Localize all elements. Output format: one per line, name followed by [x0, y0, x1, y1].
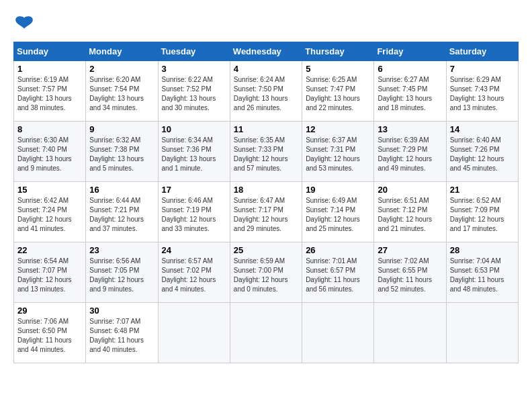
daylight-text: Daylight: 12 hours and 53 minutes. [306, 155, 360, 172]
calendar-cell: 1 Sunrise: 6:19 AM Sunset: 7:57 PM Dayli… [14, 61, 86, 122]
sunset-text: Sunset: 6:55 PM [378, 267, 427, 274]
sunrise-text: Sunrise: 6:39 AM [378, 136, 429, 144]
daylight-text: Daylight: 12 hours and 29 minutes. [234, 216, 288, 232]
calendar-cell: 4 Sunrise: 6:24 AM Sunset: 7:50 PM Dayli… [230, 61, 302, 122]
day-info: Sunrise: 7:01 AM Sunset: 6:57 PM Dayligh… [306, 257, 370, 294]
sunset-text: Sunset: 7:33 PM [234, 146, 283, 153]
day-number: 3 [162, 64, 226, 74]
sunrise-text: Sunrise: 6:30 AM [17, 136, 69, 144]
day-info: Sunrise: 7:02 AM Sunset: 6:55 PM Dayligh… [378, 257, 442, 294]
daylight-text: Daylight: 13 hours and 38 minutes. [17, 95, 72, 111]
sunset-text: Sunset: 7:57 PM [17, 85, 67, 93]
daylight-text: Daylight: 12 hours and 33 minutes. [162, 216, 216, 232]
calendar-cell: 12 Sunrise: 6:37 AM Sunset: 7:31 PM Dayl… [302, 122, 374, 182]
sunrise-text: Sunrise: 6:44 AM [89, 197, 140, 204]
day-info: Sunrise: 6:34 AM Sunset: 7:36 PM Dayligh… [162, 136, 226, 173]
calendar-body: 1 Sunrise: 6:19 AM Sunset: 7:57 PM Dayli… [14, 61, 519, 363]
calendar-cell: 21 Sunrise: 6:52 AM Sunset: 7:09 PM Dayl… [446, 182, 518, 242]
sunset-text: Sunset: 7:47 PM [306, 85, 355, 93]
sunrise-text: Sunrise: 6:52 AM [450, 197, 501, 204]
sunrise-text: Sunrise: 6:59 AM [234, 257, 285, 265]
daylight-text: Daylight: 12 hours and 41 minutes. [17, 216, 72, 232]
calendar-cell: 13 Sunrise: 6:39 AM Sunset: 7:29 PM Dayl… [374, 122, 446, 182]
sunrise-text: Sunrise: 6:47 AM [234, 197, 285, 204]
days-of-week-row: SundayMondayTuesdayWednesdayThursdayFrid… [14, 42, 519, 61]
day-info: Sunrise: 6:32 AM Sunset: 7:38 PM Dayligh… [89, 136, 154, 173]
day-number: 16 [89, 185, 154, 195]
calendar-cell: 5 Sunrise: 6:25 AM Sunset: 7:47 PM Dayli… [302, 61, 374, 122]
logo [13, 13, 38, 35]
sunset-text: Sunset: 6:57 PM [306, 267, 355, 274]
daylight-text: Daylight: 11 hours and 56 minutes. [306, 276, 360, 293]
calendar-cell: 14 Sunrise: 6:40 AM Sunset: 7:26 PM Dayl… [446, 122, 518, 182]
day-info: Sunrise: 6:59 AM Sunset: 7:00 PM Dayligh… [234, 257, 298, 294]
day-info: Sunrise: 6:19 AM Sunset: 7:57 PM Dayligh… [17, 75, 82, 113]
sunrise-text: Sunrise: 6:54 AM [17, 257, 69, 265]
calendar-cell: 15 Sunrise: 6:42 AM Sunset: 7:24 PM Dayl… [14, 182, 86, 242]
calendar-cell: 22 Sunrise: 6:54 AM Sunset: 7:07 PM Dayl… [14, 242, 86, 303]
sunrise-text: Sunrise: 6:19 AM [17, 76, 69, 83]
day-info: Sunrise: 6:47 AM Sunset: 7:17 PM Dayligh… [234, 196, 298, 234]
daylight-text: Daylight: 11 hours and 48 minutes. [450, 276, 504, 293]
day-info: Sunrise: 6:35 AM Sunset: 7:33 PM Dayligh… [234, 136, 298, 173]
sunset-text: Sunset: 7:52 PM [162, 85, 212, 93]
sunset-text: Sunset: 7:00 PM [234, 267, 283, 274]
day-number: 9 [89, 124, 154, 134]
sunset-text: Sunset: 7:40 PM [17, 146, 67, 153]
sunrise-text: Sunrise: 6:51 AM [378, 197, 429, 204]
day-number: 6 [378, 64, 442, 74]
sunset-text: Sunset: 7:02 PM [162, 267, 212, 274]
day-number: 15 [17, 185, 82, 195]
logo-icon [13, 13, 35, 35]
calendar-cell [230, 303, 302, 363]
daylight-text: Daylight: 12 hours and 13 minutes. [17, 276, 72, 293]
page-header [13, 13, 519, 35]
day-info: Sunrise: 6:30 AM Sunset: 7:40 PM Dayligh… [17, 136, 82, 173]
day-info: Sunrise: 6:54 AM Sunset: 7:07 PM Dayligh… [17, 257, 82, 294]
day-of-week-header: Sunday [14, 42, 86, 61]
calendar-cell: 6 Sunrise: 6:27 AM Sunset: 7:45 PM Dayli… [374, 61, 446, 122]
day-number: 17 [162, 185, 226, 195]
sunset-text: Sunset: 7:31 PM [306, 146, 355, 153]
day-info: Sunrise: 6:25 AM Sunset: 7:47 PM Dayligh… [306, 75, 370, 113]
calendar-cell: 28 Sunrise: 7:04 AM Sunset: 6:53 PM Dayl… [446, 242, 518, 303]
daylight-text: Daylight: 12 hours and 37 minutes. [89, 216, 144, 232]
calendar-cell: 20 Sunrise: 6:51 AM Sunset: 7:12 PM Dayl… [374, 182, 446, 242]
daylight-text: Daylight: 13 hours and 1 minute. [162, 155, 216, 172]
sunset-text: Sunset: 7:05 PM [89, 267, 139, 274]
sunset-text: Sunset: 7:17 PM [234, 206, 283, 214]
day-number: 1 [17, 64, 82, 74]
calendar-cell: 17 Sunrise: 6:46 AM Sunset: 7:19 PM Dayl… [158, 182, 230, 242]
sunset-text: Sunset: 7:36 PM [162, 146, 212, 153]
day-number: 20 [378, 185, 442, 195]
day-number: 29 [17, 306, 82, 316]
sunset-text: Sunset: 7:24 PM [17, 206, 67, 214]
calendar-cell [446, 303, 518, 363]
calendar-week-row: 22 Sunrise: 6:54 AM Sunset: 7:07 PM Dayl… [14, 242, 519, 303]
day-number: 27 [378, 245, 442, 255]
calendar-cell: 23 Sunrise: 6:56 AM Sunset: 7:05 PM Dayl… [86, 242, 158, 303]
daylight-text: Daylight: 12 hours and 0 minutes. [234, 276, 288, 293]
day-number: 30 [89, 306, 154, 316]
daylight-text: Daylight: 12 hours and 9 minutes. [89, 276, 144, 293]
sunrise-text: Sunrise: 6:35 AM [234, 136, 285, 144]
calendar-cell [302, 303, 374, 363]
calendar-week-row: 8 Sunrise: 6:30 AM Sunset: 7:40 PM Dayli… [14, 122, 519, 182]
daylight-text: Daylight: 11 hours and 52 minutes. [378, 276, 432, 293]
day-number: 21 [450, 185, 515, 195]
day-info: Sunrise: 7:06 AM Sunset: 6:50 PM Dayligh… [17, 317, 82, 355]
day-number: 28 [450, 245, 515, 255]
sunset-text: Sunset: 7:29 PM [378, 146, 427, 153]
day-number: 8 [17, 124, 82, 134]
daylight-text: Daylight: 12 hours and 25 minutes. [306, 216, 360, 232]
day-info: Sunrise: 6:44 AM Sunset: 7:21 PM Dayligh… [89, 196, 154, 234]
sunrise-text: Sunrise: 6:27 AM [378, 76, 429, 83]
day-info: Sunrise: 6:24 AM Sunset: 7:50 PM Dayligh… [234, 75, 298, 113]
calendar-cell: 18 Sunrise: 6:47 AM Sunset: 7:17 PM Dayl… [230, 182, 302, 242]
day-info: Sunrise: 7:07 AM Sunset: 6:48 PM Dayligh… [89, 317, 154, 355]
calendar-cell: 10 Sunrise: 6:34 AM Sunset: 7:36 PM Dayl… [158, 122, 230, 182]
calendar-cell: 7 Sunrise: 6:29 AM Sunset: 7:43 PM Dayli… [446, 61, 518, 122]
calendar-cell: 8 Sunrise: 6:30 AM Sunset: 7:40 PM Dayli… [14, 122, 86, 182]
sunset-text: Sunset: 7:45 PM [378, 85, 427, 93]
day-info: Sunrise: 6:22 AM Sunset: 7:52 PM Dayligh… [162, 75, 226, 113]
